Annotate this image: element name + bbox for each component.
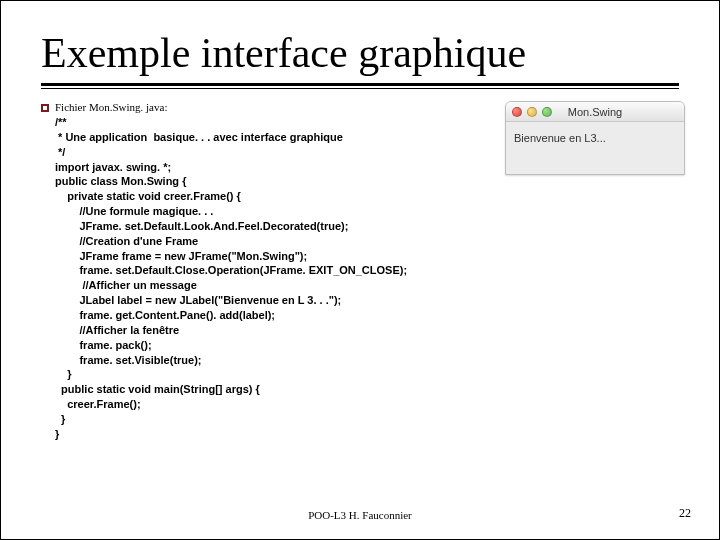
slide-title: Exemple interface graphique [41, 29, 679, 77]
minimize-icon[interactable] [527, 107, 537, 117]
window-body: Bienvenue en L3... [506, 122, 684, 174]
slide-footer: POO-L3 H. Fauconnier [1, 509, 719, 521]
file-header: Fichier Mon.Swing. java: [55, 101, 407, 113]
close-icon[interactable] [512, 107, 522, 117]
title-rule-thick [41, 83, 679, 86]
window-titlebar: Mon.Swing [506, 102, 684, 122]
bullet-icon [41, 104, 49, 112]
zoom-icon[interactable] [542, 107, 552, 117]
title-rule-thin [41, 88, 679, 89]
slide-content: Fichier Mon.Swing. java: /** * Une appli… [41, 101, 679, 442]
code-block: /** * Une application basique. . . avec … [55, 115, 407, 442]
mac-window: Mon.Swing Bienvenue en L3... [505, 101, 685, 175]
page-number: 22 [679, 506, 691, 521]
